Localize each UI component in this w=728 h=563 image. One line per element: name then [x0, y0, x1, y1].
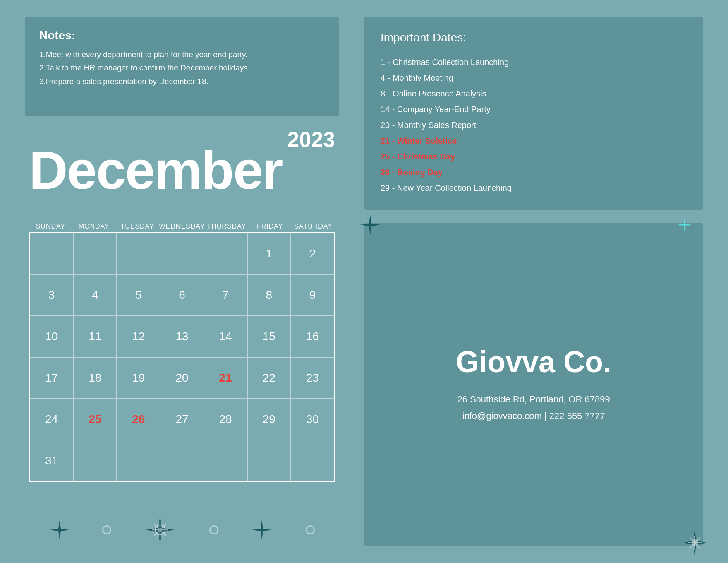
- company-section: Giovva Co. 26 Southside Rd, Portland, OR…: [364, 223, 703, 546]
- notes-list: 1.Meet with every department to plan for…: [39, 48, 325, 88]
- notes-section: Notes: 1.Meet with every department to p…: [25, 17, 339, 116]
- day-header: FRIDAY: [248, 223, 292, 230]
- day-header: SUNDAY: [29, 223, 72, 230]
- calendar-cell: 31: [30, 440, 73, 481]
- deco-circle-2: [209, 525, 218, 534]
- calendar-cell: [160, 440, 204, 481]
- date-item: 8 - Online Presence Analysis: [381, 86, 687, 101]
- date-item: 4 - Monthly Meeting: [381, 70, 687, 86]
- calendar-cell: 28: [204, 399, 247, 440]
- day-header: MONDAY: [72, 223, 116, 230]
- day-headers: SUNDAYMONDAYTUESDAYWEDNESDAYTHURSDAYFRID…: [29, 223, 335, 230]
- calendar-section: SUNDAYMONDAYTUESDAYWEDNESDAYTHURSDAYFRID…: [25, 223, 339, 501]
- calendar-cell: [291, 440, 334, 481]
- calendar-cell: 23: [291, 357, 334, 399]
- month-label: December: [29, 146, 335, 195]
- important-dates-section: Important Dates: 1 - Christmas Collectio…: [364, 17, 703, 210]
- calendar-grid: 1234567891011121314151617181920212223242…: [29, 232, 335, 482]
- calendar-cell: 20: [160, 357, 204, 399]
- calendar-cell: 17: [30, 357, 73, 399]
- calendar-cell: [204, 440, 247, 481]
- calendar-cell: 7: [204, 274, 247, 316]
- calendar-cell: [73, 440, 117, 481]
- calendar-cell: [117, 440, 160, 481]
- calendar-cell: 26: [117, 399, 160, 440]
- day-header: WEDNESDAY: [159, 223, 205, 230]
- calendar-cell: 14: [204, 316, 247, 357]
- calendar-cell: 19: [117, 357, 160, 399]
- calendar-cell: 22: [247, 357, 291, 399]
- calendar-cell: 13: [160, 316, 204, 357]
- calendar-cell: 1: [247, 233, 291, 274]
- date-item: 14 - Company Year-End Party: [381, 101, 687, 117]
- calendar-cell: 15: [247, 316, 291, 357]
- calendar-cell: 25: [73, 399, 117, 440]
- day-header: THURSDAY: [205, 223, 248, 230]
- calendar-header: 2023 December: [25, 129, 339, 210]
- company-address: 26 Southside Rd, Portland, OR 67899 info…: [457, 391, 610, 424]
- date-item: 20 - Monthly Sales Report: [381, 117, 687, 133]
- calendar-cell: 30: [291, 399, 334, 440]
- day-header: TUESDAY: [116, 223, 159, 230]
- snowflake-decoration-bottomright: [680, 528, 709, 557]
- calendar-cell: 24: [30, 399, 73, 440]
- calendar-cell: 18: [73, 357, 117, 399]
- notes-title: Notes:: [39, 29, 325, 42]
- calendar-cell: 27: [160, 399, 204, 440]
- dates-list: 1 - Christmas Collection Launching4 - Mo…: [381, 54, 687, 196]
- notes-item: 2.Talk to the HR manager to confirm the …: [39, 61, 325, 75]
- deco-star-2: [251, 519, 273, 541]
- calendar-cell: 16: [291, 316, 334, 357]
- date-item: 29 - New Year Collection Launching: [381, 180, 687, 196]
- date-item: 25 - Christmas Day: [381, 149, 687, 164]
- calendar-cell: 11: [73, 316, 117, 357]
- day-header: SATURDAY: [292, 223, 335, 230]
- calendar-cell: 8: [247, 274, 291, 316]
- calendar-cell: 29: [247, 399, 291, 440]
- deco-circle-3: [306, 525, 315, 534]
- calendar-cell: [73, 233, 117, 274]
- calendar-cell: 3: [30, 274, 73, 316]
- calendar-cell: [117, 233, 160, 274]
- calendar-cell: 12: [117, 316, 160, 357]
- date-item: 26 - Boxing Day: [381, 164, 687, 180]
- deco-star-1: [49, 520, 70, 540]
- calendar-cell: [204, 233, 247, 274]
- deco-snowflake-center: [144, 513, 177, 546]
- deco-circle-1: [102, 525, 111, 534]
- calendar-cell: 21: [204, 357, 247, 399]
- important-dates-title: Important Dates:: [381, 31, 687, 44]
- company-name: Giovva Co.: [456, 345, 611, 379]
- calendar-cell: [30, 233, 73, 274]
- calendar-cell: 5: [117, 274, 160, 316]
- date-item: 21 - Winter Solstice: [381, 133, 687, 149]
- date-item: 1 - Christmas Collection Launching: [381, 54, 687, 70]
- calendar-cell: 2: [291, 233, 334, 274]
- plus-decoration-topright: [678, 219, 691, 231]
- star-decoration-topleft: [358, 212, 383, 237]
- bottom-decorations: [25, 513, 339, 546]
- calendar-cell: 9: [291, 274, 334, 316]
- calendar-cell: [160, 233, 204, 274]
- notes-item: 3.Prepare a sales presentation by Decemb…: [39, 75, 325, 88]
- calendar-cell: 6: [160, 274, 204, 316]
- calendar-cell: [247, 440, 291, 481]
- calendar-cell: 4: [73, 274, 117, 316]
- notes-item: 1.Meet with every department to plan for…: [39, 48, 325, 61]
- calendar-cell: 10: [30, 316, 73, 357]
